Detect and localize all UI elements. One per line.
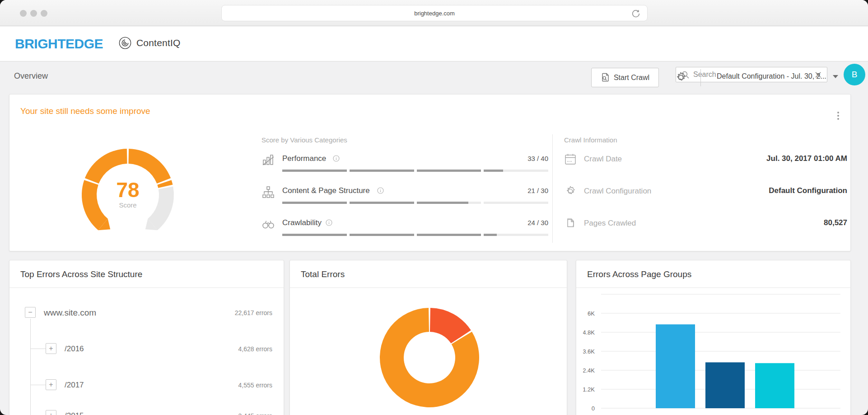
svg-text:1.2K: 1.2K [583, 386, 595, 393]
category-label: Content & Page Structure [282, 186, 370, 195]
svg-text:0: 0 [592, 405, 595, 412]
category-label: Performance [282, 154, 326, 163]
card-divider [9, 288, 284, 288]
page-groups-card-title: Errors Across Page Groups [587, 269, 691, 279]
total-errors-card-title: Total Errors [301, 269, 345, 279]
page-title: Overview [14, 71, 48, 81]
score-value: 78 [67, 179, 189, 200]
crawl-date-value: Jul. 30, 2017 01:00 AM [766, 154, 847, 163]
pages-crawled-row: Pages Crawled 80,527 [564, 217, 849, 233]
tree-item-label[interactable]: www.site.com [44, 308, 96, 318]
info-icon[interactable] [377, 187, 384, 194]
chevron-down-icon [833, 75, 838, 78]
kebab-menu-icon[interactable] [834, 112, 842, 123]
refresh-icon[interactable] [631, 9, 641, 19]
configuration-dropdown[interactable]: Default Configuration - Jul. 30, 2... [717, 72, 838, 80]
gear-icon [564, 185, 577, 198]
product-name: ContentIQ [136, 38, 181, 48]
category-progress-bar [282, 170, 548, 172]
toolbar-divider [700, 69, 701, 86]
category-row-crawlability: Crawlability 24 / 30 [255, 217, 548, 237]
categories-section-title: Score by Various Categories [261, 136, 347, 144]
category-row-performance: Performance 33 / 40 [255, 152, 548, 173]
address-bar-url: brightedge.com [414, 10, 455, 17]
window-button-minimize[interactable] [30, 10, 37, 17]
category-label: Crawlability [282, 218, 322, 227]
site-score-card: Your site still needs some improve 78 Sc… [9, 94, 851, 251]
tree-expander-expand[interactable]: + [46, 343, 56, 354]
binoculars-icon [261, 217, 275, 231]
page-groups-card: Errors Across Page Groups 01.2K2.4K3.6K4… [576, 260, 851, 415]
tree-item-label[interactable]: /2016 [65, 344, 84, 354]
pages-crawled-label: Pages Crawled [584, 219, 636, 228]
tree-connector-stub [30, 385, 46, 385]
info-icon[interactable] [333, 155, 340, 162]
pages-crawled-value: 80,527 [824, 218, 847, 227]
site-structure-card: Top Errors Across Site Structure − www.s… [9, 260, 284, 415]
product-title: ContentIQ [118, 36, 181, 50]
address-bar[interactable]: brightedge.com [221, 5, 648, 21]
category-score: 21 / 30 [527, 187, 548, 194]
crawl-document-icon [601, 73, 610, 83]
svg-text:4.8K: 4.8K [583, 329, 595, 336]
card-divider [290, 288, 567, 288]
tree-connector-vertical [30, 319, 31, 415]
browser-chrome: brightedge.com [0, 0, 868, 26]
tree-item-errors: 4,555 errors [238, 382, 272, 389]
window-button-close[interactable] [20, 10, 27, 17]
tree-item-label[interactable]: /2017 [65, 381, 84, 390]
score-headline: Your site still needs some improve [20, 106, 150, 116]
info-icon[interactable] [326, 219, 332, 226]
tree-expander-collapse[interactable]: − [25, 307, 36, 318]
crawl-date-label: Crawl Date [584, 155, 622, 164]
avatar-initial: B [852, 70, 858, 80]
card-divider [576, 288, 850, 288]
svg-text:6K: 6K [588, 310, 595, 317]
category-score: 33 / 40 [527, 155, 548, 162]
tree-item-errors: 3,445 errors [238, 412, 272, 415]
sitemap-icon [261, 185, 275, 199]
category-progress-bar [282, 202, 548, 204]
configuration-dropdown-label: Default Configuration - Jul. 30, 2... [717, 72, 826, 80]
start-crawl-button[interactable]: Start Crawl [591, 68, 659, 87]
start-crawl-label: Start Crawl [614, 74, 649, 82]
contentiq-logo-icon [118, 36, 132, 50]
tree-connector-stub [30, 349, 46, 349]
crawl-info-section-title: Crawl Information [564, 136, 617, 144]
app-header: BRIGHTEDGE ContentIQ [0, 26, 868, 61]
browser-window: brightedge.com BRIGHTEDGE ContentIQ [0, 0, 868, 415]
window-button-zoom[interactable] [41, 10, 47, 17]
tree-item-errors: 22,617 errors [235, 309, 272, 316]
category-score: 24 / 30 [527, 219, 548, 226]
calendar-icon [564, 153, 577, 165]
tree-item-errors: 4,628 errors [238, 345, 272, 353]
total-errors-card: Total Errors [289, 260, 567, 415]
bar-chart-icon [261, 153, 275, 167]
tree-item-label[interactable]: /2015 [65, 411, 84, 415]
brightedge-logo[interactable]: BRIGHTEDGE [15, 36, 103, 52]
svg-text:3.6K: 3.6K [583, 348, 595, 355]
category-row-content-structure: Content & Page Structure 21 / 30 [255, 184, 548, 205]
tree-expander-expand[interactable]: + [46, 379, 56, 390]
total-errors-donut-chart[interactable] [378, 306, 481, 410]
category-progress-bar [282, 234, 548, 236]
crawl-date-row: Crawl Date Jul. 30, 2017 01:00 AM [564, 152, 849, 169]
score-gauge-center: 78 Score [67, 137, 189, 209]
score-caption: Score [67, 201, 189, 209]
crawl-configuration-label: Crawl Configuration [584, 187, 651, 196]
avatar[interactable]: B [844, 64, 865, 85]
page-groups-bar-chart[interactable]: 01.2K2.4K3.6K4.8K6K [583, 290, 845, 415]
site-structure-card-title: Top Errors Across Site Structure [20, 269, 142, 279]
crawl-settings-gear-icon[interactable] [674, 71, 688, 85]
document-icon [564, 217, 577, 230]
crawl-configuration-row: Crawl Configuration Default Configuratio… [564, 184, 849, 201]
crawl-configuration-value: Default Configuration [769, 186, 847, 195]
svg-text:2.4K: 2.4K [583, 367, 595, 374]
section-divider [552, 134, 553, 243]
tree-expander-expand[interactable]: + [46, 410, 56, 415]
